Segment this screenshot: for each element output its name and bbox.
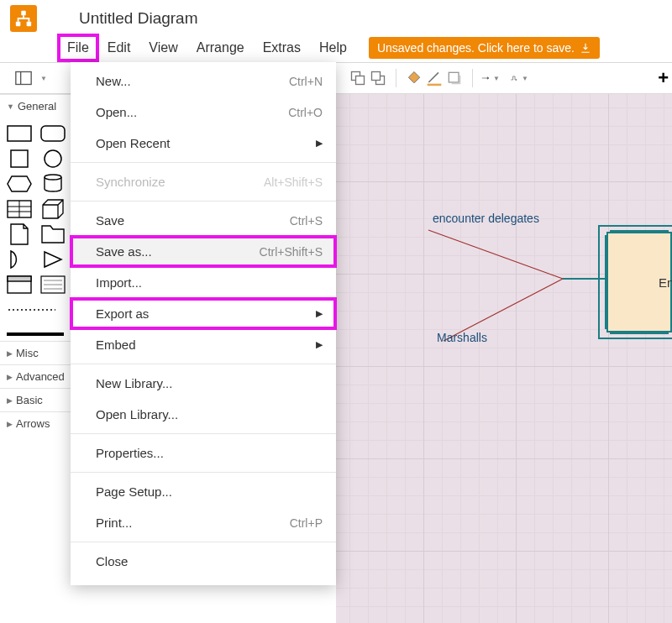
menu-item-close[interactable]: Close <box>71 546 336 577</box>
shape-half-circle[interactable] <box>7 250 32 269</box>
shape-triangle[interactable] <box>40 250 66 269</box>
menu-item-open-library[interactable]: Open Library... <box>71 399 336 430</box>
menu-edit[interactable]: Edit <box>99 35 139 60</box>
caret-right-icon: ▶ <box>7 349 13 358</box>
sidebar-section-label: Misc <box>16 347 39 359</box>
sidebar-section-misc[interactable]: ▶ Misc <box>0 341 71 364</box>
menu-item-export-as[interactable]: Export as ▶ <box>71 298 336 329</box>
menu-item-properties[interactable]: Properties... <box>71 437 336 469</box>
download-icon <box>580 42 591 54</box>
sidebar-section-label: Advanced <box>16 370 65 383</box>
menu-item-shortcut: Alt+Shift+S <box>264 175 323 189</box>
shape-hexagon[interactable] <box>7 175 32 193</box>
document-title[interactable]: Untitled Diagram <box>79 9 198 28</box>
menu-item-label: Open... <box>96 105 137 119</box>
waypoint-style-icon[interactable]: ▼ <box>510 69 528 87</box>
shape-circle[interactable] <box>40 149 66 168</box>
svg-rect-0 <box>21 11 26 16</box>
edge-label-encounter[interactable]: encounter delegates <box>433 212 539 225</box>
submenu-arrow-icon: ▶ <box>316 339 323 350</box>
menu-item-save[interactable]: Save Ctrl+S <box>71 205 336 236</box>
svg-rect-10 <box>449 72 459 82</box>
sidebar-section-general[interactable]: ▼ General <box>0 94 71 118</box>
to-front-icon[interactable] <box>349 69 367 87</box>
sidebar-section-arrows[interactable]: ▶ Arrows <box>0 411 71 435</box>
menu-item-print[interactable]: Print... Ctrl+P <box>71 507 336 538</box>
sidebar-section-advanced[interactable]: ▶ Advanced <box>0 364 71 388</box>
app-logo[interactable] <box>10 5 37 32</box>
menu-item-label: Close <box>96 554 128 568</box>
menu-item-new[interactable]: New... Ctrl+N <box>71 65 336 97</box>
svg-marker-16 <box>8 176 31 191</box>
menu-item-label: Save <box>96 213 124 228</box>
menu-view[interactable]: View <box>140 35 186 60</box>
shape-square[interactable] <box>7 149 32 168</box>
menu-item-label: Synchronize <box>96 175 165 189</box>
menu-separator <box>71 542 336 542</box>
menu-separator <box>71 472 336 473</box>
shape-table[interactable] <box>7 200 32 218</box>
svg-point-15 <box>45 150 61 167</box>
menu-file[interactable]: File <box>59 35 97 60</box>
unsaved-changes-text: Unsaved changes. Click here to save. <box>377 41 575 55</box>
menu-item-open[interactable]: Open... Ctrl+O <box>71 97 336 128</box>
menu-item-label: Properties... <box>96 446 164 460</box>
svg-point-17 <box>45 175 61 180</box>
shapes-sidebar: ▼ General ▶ Misc ▶ Advanced ▶ Basic ▶ Ar… <box>0 94 71 623</box>
svg-rect-12 <box>8 126 31 141</box>
toolbar-separator <box>472 69 473 87</box>
sidebar-section-basic[interactable]: ▶ Basic <box>0 388 71 411</box>
menu-extras[interactable]: Extras <box>255 35 309 60</box>
toolbar-separator <box>396 69 396 87</box>
add-button[interactable]: + <box>658 67 669 89</box>
menu-item-save-as[interactable]: Save as... Ctrl+Shift+S <box>71 236 336 267</box>
menu-item-new-library[interactable]: New Library... <box>71 368 336 399</box>
menu-item-import[interactable]: Import... <box>71 267 336 298</box>
shape-list[interactable] <box>40 275 66 294</box>
edge-label-marshalls[interactable]: Marshalls <box>437 331 487 344</box>
shape-rounded-rectangle[interactable] <box>40 124 66 143</box>
shape-folder[interactable] <box>40 225 66 243</box>
menu-separator <box>71 364 336 364</box>
sidebar-toggle-button[interactable] <box>12 66 35 90</box>
shape-note[interactable] <box>7 225 32 243</box>
connection-style-icon[interactable]: ▼ <box>481 69 500 87</box>
menubar: File Edit View Arrange Extras Help Unsav… <box>0 34 672 62</box>
sidebar-section-label: General <box>18 100 56 113</box>
unsaved-changes-banner[interactable]: Unsaved changes. Click here to save. <box>369 37 600 59</box>
menu-item-shortcut: Ctrl+Shift+S <box>260 245 323 259</box>
shadow-icon[interactable] <box>445 69 464 87</box>
canvas-grid[interactable] <box>336 94 672 623</box>
menu-arrange[interactable]: Arrange <box>188 35 253 60</box>
menu-item-page-setup[interactable]: Page Setup... <box>71 476 336 507</box>
shape-card[interactable] <box>7 275 32 294</box>
menu-item-synchronize: Synchronize Alt+Shift+S <box>71 166 336 197</box>
menu-item-label: Open Library... <box>96 407 178 421</box>
submenu-arrow-icon: ▶ <box>316 138 323 149</box>
file-menu-dropdown: New... Ctrl+N Open... Ctrl+O Open Recent… <box>71 62 336 585</box>
fill-color-icon[interactable] <box>405 69 423 87</box>
caret-down-icon: ▼ <box>7 102 14 111</box>
diagram-node[interactable]: En <box>606 232 672 332</box>
svg-rect-14 <box>11 150 28 167</box>
shape-rectangle[interactable] <box>7 124 32 143</box>
canvas-area[interactable]: encounter delegates Marshalls En <box>336 94 672 623</box>
menu-help[interactable]: Help <box>311 35 355 60</box>
menu-item-label: Open Recent <box>96 136 170 150</box>
dropdown-caret-icon[interactable]: ▼ <box>40 75 47 82</box>
svg-marker-22 <box>45 252 61 267</box>
svg-rect-2 <box>27 22 31 26</box>
line-color-icon[interactable] <box>425 69 444 87</box>
menu-item-open-recent[interactable]: Open Recent ▶ <box>71 128 336 159</box>
shape-cylinder[interactable] <box>40 175 66 193</box>
to-back-icon[interactable] <box>369 69 387 87</box>
menu-item-embed[interactable]: Embed ▶ <box>71 329 336 360</box>
diagram-node-text: En <box>659 275 672 290</box>
caret-right-icon: ▶ <box>7 373 13 381</box>
sidebar-divider <box>7 332 64 336</box>
shape-palette <box>0 118 71 327</box>
shape-cube[interactable] <box>40 200 66 218</box>
shape-dashed-line[interactable] <box>7 301 57 319</box>
svg-rect-13 <box>41 126 65 141</box>
svg-rect-3 <box>16 72 31 85</box>
